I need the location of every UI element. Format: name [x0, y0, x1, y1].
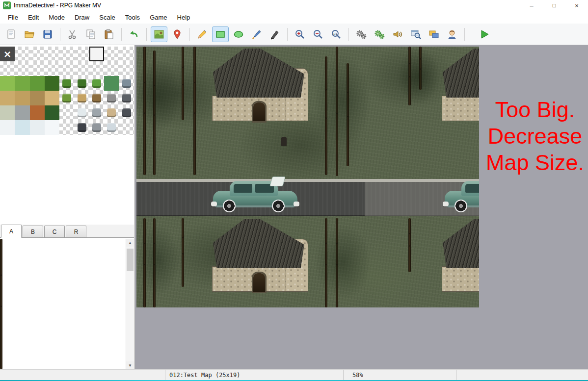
palette-tile[interactable] [59, 120, 74, 135]
tree-item-gameover[interactable]: GameOver [0, 356, 2, 366]
tree-scrollbar[interactable]: ▲ ▼ [126, 239, 134, 369]
tree-item-crime-scene[interactable]: −Crime Scene [0, 268, 2, 278]
palette-tile[interactable] [75, 61, 89, 76]
scroll-up-icon[interactable]: ▲ [126, 239, 134, 247]
shadow-pen-tool-button[interactable] [267, 26, 283, 42]
palette-tile[interactable] [119, 61, 134, 76]
flood-fill-tool-button[interactable] [248, 26, 265, 42]
palette-tile[interactable] [15, 47, 29, 61]
palette-tile[interactable] [0, 120, 15, 135]
palette-tile[interactable] [104, 47, 119, 61]
copy-button[interactable] [82, 26, 99, 42]
event-mode-button[interactable] [169, 26, 186, 42]
tree-item-arthur-s-room[interactable]: Arthur's Room [0, 317, 2, 327]
palette-tab-r[interactable]: R [66, 226, 86, 237]
menu-help[interactable]: Help [172, 12, 195, 23]
ellipse-tool-button[interactable] [230, 26, 247, 42]
palette-tile[interactable] [104, 120, 119, 135]
palette-tab-b[interactable]: B [23, 226, 43, 237]
undo-button[interactable] [126, 26, 142, 42]
close-button[interactable]: × [565, 0, 588, 11]
palette-tile[interactable] [0, 105, 15, 120]
palette-tile[interactable] [75, 105, 89, 120]
plugin-manager-button[interactable] [371, 26, 388, 42]
palette-tab-a[interactable]: A [1, 225, 22, 238]
palette-tile[interactable] [89, 61, 104, 76]
menu-game[interactable]: Game [145, 12, 172, 23]
palette-tile[interactable] [89, 76, 104, 91]
palette-tile[interactable] [119, 91, 134, 105]
palette-tile[interactable] [75, 120, 89, 135]
menu-scale[interactable]: Scale [94, 12, 120, 23]
tree-item-arthur-s-apartment[interactable]: −Arthur's Apartment [0, 307, 2, 317]
tree-item-kuklinski-home[interactable]: −Kuklinski Home [0, 337, 2, 347]
palette-tile[interactable] [15, 120, 29, 135]
palette-tile[interactable] [45, 47, 59, 61]
menu-file[interactable]: File [3, 12, 23, 23]
menu-tools[interactable]: Tools [120, 12, 145, 23]
palette-tile[interactable] [30, 105, 45, 120]
minimize-button[interactable]: – [520, 0, 543, 11]
palette-tile[interactable] [119, 47, 134, 61]
palette-tile[interactable] [104, 105, 119, 120]
palette-tile[interactable] [0, 61, 15, 76]
database-button[interactable] [353, 26, 370, 42]
palette-tile[interactable] [59, 47, 74, 61]
palette-tile[interactable] [45, 105, 59, 120]
tree-item-immadetective[interactable]: −ImmaDetective! [0, 239, 2, 249]
event-searcher-button[interactable] [407, 26, 424, 42]
tree-item-test-map[interactable]: Test Map [0, 347, 2, 356]
palette-tile[interactable] [15, 76, 29, 91]
playtest-button[interactable] [476, 26, 493, 42]
map-mode-button[interactable] [151, 26, 167, 42]
palette-tile[interactable] [59, 105, 74, 120]
palette-tile[interactable] [30, 76, 45, 91]
zoom-in-button[interactable] [292, 26, 308, 42]
palette-tile[interactable] [45, 76, 59, 91]
rectangle-tool-button[interactable] [212, 26, 229, 42]
palette-tile[interactable] [15, 61, 29, 76]
paste-button[interactable] [101, 26, 117, 42]
palette-tile[interactable] [15, 91, 29, 105]
scrollbar-track[interactable] [126, 247, 134, 361]
palette-tile[interactable] [75, 47, 89, 61]
menu-edit[interactable]: Edit [23, 12, 44, 23]
menu-mode[interactable]: Mode [44, 12, 70, 23]
zoom-out-button[interactable] [310, 26, 326, 42]
palette-tile[interactable] [30, 120, 45, 135]
palette-tile[interactable] [89, 120, 104, 135]
tree-item-bundy-s-bar-2[interactable]: Bundy's Bar 2 [0, 298, 2, 307]
maximize-button[interactable]: □ [543, 0, 565, 11]
palette-tile[interactable] [45, 61, 59, 76]
palette-tile[interactable] [30, 91, 45, 105]
resource-manager-button[interactable] [426, 26, 442, 42]
palette-tile[interactable] [119, 120, 134, 135]
sound-test-button[interactable] [389, 26, 406, 42]
tree-item-tricks[interactable]: −Tricks! [0, 249, 2, 258]
tree-item-bundy-s-bar[interactable]: −Bundy's Bar [0, 288, 2, 298]
palette-tile[interactable] [119, 105, 134, 120]
palette-tile[interactable] [75, 76, 89, 91]
palette-tile[interactable] [89, 47, 104, 61]
character-generator-button[interactable] [444, 26, 460, 42]
palette-tile[interactable] [89, 105, 104, 120]
palette-tile[interactable] [30, 61, 45, 76]
scroll-down-icon[interactable]: ▼ [126, 361, 134, 369]
menu-draw[interactable]: Draw [70, 12, 94, 23]
palette-tile[interactable] [89, 91, 104, 105]
scrollbar-thumb[interactable] [127, 249, 134, 271]
open-project-button[interactable] [21, 26, 38, 42]
tree-item-startingstreet[interactable]: −StartingStreet [0, 258, 2, 268]
palette-tile[interactable] [104, 61, 119, 76]
palette-tile[interactable] [59, 76, 74, 91]
map-canvas[interactable] [136, 47, 479, 307]
save-project-button[interactable] [39, 26, 56, 42]
palette-tile[interactable] [104, 76, 119, 91]
palette-tab-c[interactable]: C [44, 226, 65, 237]
palette-tile[interactable] [119, 76, 134, 91]
palette-tile[interactable] [15, 105, 29, 120]
cut-button[interactable] [64, 26, 81, 42]
zoom-actual-button[interactable]: 1:1 [328, 26, 345, 42]
palette-tile[interactable] [59, 61, 74, 76]
palette-tile[interactable] [59, 91, 74, 105]
